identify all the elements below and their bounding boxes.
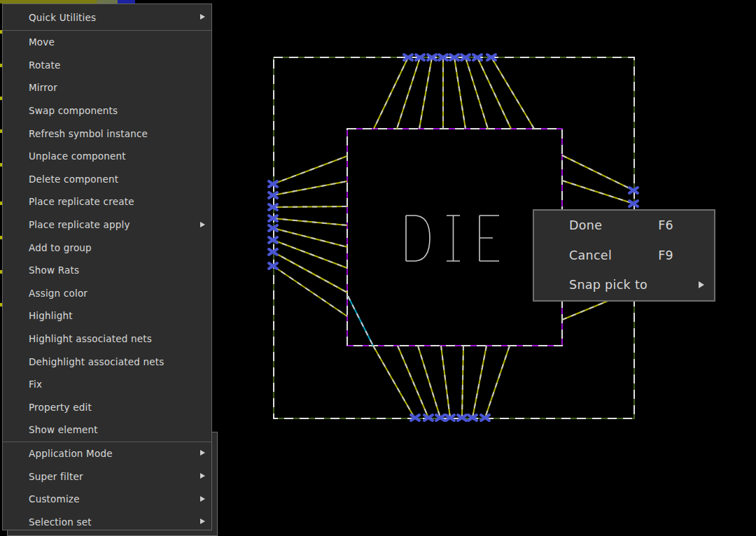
submenu-arrow-icon: [200, 14, 205, 20]
submenu-arrow-icon: [699, 281, 704, 288]
screen: { "top_strip": { "segments": [ {"name": …: [0, 0, 756, 536]
shortcut-label: F9: [658, 248, 673, 262]
menu-item-label: Show element: [29, 424, 98, 435]
menu-item-label: Highlight: [29, 310, 73, 321]
die-outline-dashes: [347, 129, 562, 346]
menu-item-property-edit[interactable]: Property edit: [3, 396, 211, 419]
submenu-arrow-icon: [200, 496, 205, 502]
menu-item-super-filter[interactable]: Super filter: [3, 465, 211, 488]
menu-item-label: Property edit: [29, 402, 92, 413]
die-letter-stroke: [406, 216, 430, 261]
die-letter-stroke: [479, 216, 499, 261]
menu-item-label: Assign color: [29, 288, 88, 299]
menu-item-move[interactable]: Move: [3, 31, 211, 54]
menu-item-assign-color[interactable]: Assign color: [3, 282, 211, 305]
menu-item-label: Fix: [29, 379, 42, 390]
menu-item-label: Show Rats: [29, 265, 79, 276]
submenu-arrow-icon: [200, 450, 205, 456]
menu-item-highlight[interactable]: Highlight: [3, 304, 211, 327]
rat-line-dashes: [491, 57, 534, 129]
rat-line-dashes: [373, 346, 414, 418]
menu-item-swap-components[interactable]: Swap components: [3, 99, 211, 122]
menu-item-show-rats[interactable]: Show Rats: [3, 259, 211, 282]
menu-item-place-replicate-create[interactable]: Place replicate create: [3, 190, 211, 213]
done-cancel-popup-menu: DoneF6CancelF9Snap pick to: [533, 209, 715, 302]
menu-item-highlight-associated-nets[interactable]: Highlight associated nets: [3, 327, 211, 351]
menu-item-label: Cancel: [569, 248, 612, 262]
menu-item-quick-utilities[interactable]: Quick Utilities: [3, 4, 211, 30]
die-letter-stroke: [447, 216, 460, 261]
menu-item-label: Selection set: [29, 516, 92, 528]
menu-item-label: Application Mode: [29, 448, 113, 459]
menu-item-label: Done: [569, 218, 602, 232]
menu-item-label: Place replicate apply: [29, 219, 130, 230]
menu-item-label: Snap pick to: [569, 278, 648, 292]
submenu-arrow-icon: [200, 519, 205, 524]
menu-item-label: Dehighlight associated nets: [29, 356, 164, 367]
menu-item-rotate[interactable]: Rotate: [3, 54, 211, 77]
menu-item-label: Highlight associated nets: [29, 333, 152, 344]
submenu-arrow-icon: [200, 222, 205, 227]
menu-item-application-mode[interactable]: Application Mode: [3, 442, 211, 465]
menu-item-label: Delete component: [29, 174, 118, 185]
context-menu: Quick UtilitiesMoveRotateMirrorSwap comp…: [2, 3, 212, 530]
menu-item-label: Rotate: [29, 59, 60, 71]
menu-item-label: Unplace component: [29, 150, 126, 162]
menu-item-delete-component[interactable]: Delete component: [3, 168, 211, 191]
menu-item-show-element[interactable]: Show element: [3, 418, 211, 442]
rat-line-base: [348, 296, 373, 346]
menu-item-snap-pick-to[interactable]: Snap pick to: [534, 270, 714, 300]
menu-item-label: Move: [29, 36, 55, 48]
menu-item-done[interactable]: DoneF6: [534, 211, 714, 241]
menu-item-label: Add to group: [29, 242, 92, 253]
menu-item-label: Customize: [29, 493, 80, 505]
menu-item-refresh-symbol-instance[interactable]: Refresh symbol instance: [3, 122, 211, 145]
menu-item-cancel[interactable]: CancelF9: [534, 241, 714, 271]
shortcut-label: F6: [658, 218, 673, 232]
menu-item-label: Quick Utilities: [29, 12, 96, 23]
menu-item-label: Mirror: [29, 82, 57, 93]
menu-item-selection-set[interactable]: Selection set: [3, 510, 211, 533]
die-outline-base: [347, 129, 562, 346]
menu-item-dehighlight-associated-nets[interactable]: Dehighlight associated nets: [3, 350, 211, 373]
menu-item-label: Place replicate create: [29, 196, 134, 207]
menu-item-add-to-group[interactable]: Add to group: [3, 236, 211, 259]
rat-line-dashes: [273, 252, 347, 292]
menu-item-label: Super filter: [29, 471, 83, 482]
menu-item-label: Swap components: [29, 105, 118, 116]
menu-item-mirror[interactable]: Mirror: [3, 76, 211, 99]
menu-item-unplace-component[interactable]: Unplace component: [3, 145, 211, 168]
submenu-arrow-icon: [200, 473, 205, 479]
die-label: DIE: [406, 216, 499, 261]
menu-item-place-replicate-apply[interactable]: Place replicate apply: [3, 213, 211, 237]
menu-item-fix[interactable]: Fix: [3, 373, 211, 396]
menu-item-customize[interactable]: Customize: [3, 488, 211, 511]
menu-item-label: Refresh symbol instance: [29, 128, 148, 139]
